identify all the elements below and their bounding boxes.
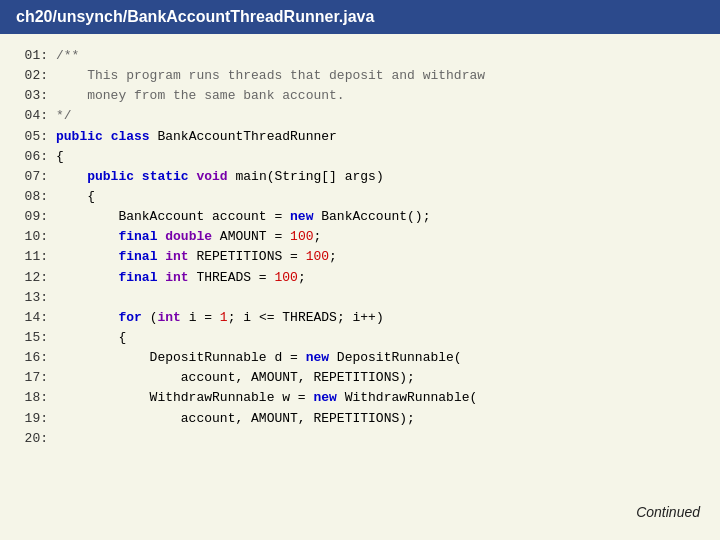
code-line: { (52, 147, 704, 167)
line-number: 02: (16, 66, 52, 86)
line-number: 03: (16, 86, 52, 106)
table-row: 02: This program runs threads that depos… (16, 66, 704, 86)
table-row: 11: final int REPETITIONS = 100; (16, 247, 704, 267)
code-line: { (52, 328, 704, 348)
line-number: 14: (16, 308, 52, 328)
code-line: final int REPETITIONS = 100; (52, 247, 704, 267)
code-line: for (int i = 1; i <= THREADS; i++) (52, 308, 704, 328)
table-row: 08: { (16, 187, 704, 207)
line-number: 08: (16, 187, 52, 207)
line-number: 19: (16, 409, 52, 429)
table-row: 06: { (16, 147, 704, 167)
line-number: 07: (16, 167, 52, 187)
line-number: 01: (16, 46, 52, 66)
table-row: 03: money from the same bank account. (16, 86, 704, 106)
code-line: { (52, 187, 704, 207)
table-row: 01: /** (16, 46, 704, 66)
code-line: account, AMOUNT, REPETITIONS); (52, 409, 704, 429)
table-row: 09: BankAccount account = new BankAccoun… (16, 207, 704, 227)
code-container: 01: /** 02: This program runs threads th… (0, 34, 720, 532)
table-row: 12: final int THREADS = 100; (16, 268, 704, 288)
line-number: 09: (16, 207, 52, 227)
table-row: 13: (16, 288, 704, 308)
code-line: /** (52, 46, 704, 66)
line-number: 16: (16, 348, 52, 368)
code-line: public static void main(String[] args) (52, 167, 704, 187)
continued-label: Continued (636, 504, 700, 520)
table-row: 05: public class BankAccountThreadRunner (16, 127, 704, 147)
line-number: 12: (16, 268, 52, 288)
line-number: 05: (16, 127, 52, 147)
table-row: 04: */ (16, 106, 704, 126)
code-line: public class BankAccountThreadRunner (52, 127, 704, 147)
code-line: account, AMOUNT, REPETITIONS); (52, 368, 704, 388)
table-row: 16: DepositRunnable d = new DepositRunna… (16, 348, 704, 368)
table-row: 10: final double AMOUNT = 100; (16, 227, 704, 247)
title-bar: ch20/unsynch/BankAccountThreadRunner.jav… (0, 0, 720, 34)
table-row: 07: public static void main(String[] arg… (16, 167, 704, 187)
line-number: 11: (16, 247, 52, 267)
line-number: 17: (16, 368, 52, 388)
code-line: money from the same bank account. (52, 86, 704, 106)
table-row: 20: (16, 429, 704, 449)
table-row: 19: account, AMOUNT, REPETITIONS); (16, 409, 704, 429)
line-number: 10: (16, 227, 52, 247)
code-line: */ (52, 106, 704, 126)
line-number: 18: (16, 388, 52, 408)
code-line: final int THREADS = 100; (52, 268, 704, 288)
code-line (52, 288, 704, 308)
table-row: 18: WithdrawRunnable w = new WithdrawRun… (16, 388, 704, 408)
line-number: 04: (16, 106, 52, 126)
line-number: 06: (16, 147, 52, 167)
code-line: This program runs threads that deposit a… (52, 66, 704, 86)
code-line (52, 429, 704, 449)
code-line: WithdrawRunnable w = new WithdrawRunnabl… (52, 388, 704, 408)
table-row: 14: for (int i = 1; i <= THREADS; i++) (16, 308, 704, 328)
code-line: DepositRunnable d = new DepositRunnable( (52, 348, 704, 368)
table-row: 17: account, AMOUNT, REPETITIONS); (16, 368, 704, 388)
code-line: BankAccount account = new BankAccount(); (52, 207, 704, 227)
table-row: 15: { (16, 328, 704, 348)
line-number: 13: (16, 288, 52, 308)
page-title: ch20/unsynch/BankAccountThreadRunner.jav… (16, 8, 374, 25)
code-table: 01: /** 02: This program runs threads th… (16, 46, 704, 449)
line-number: 20: (16, 429, 52, 449)
code-line: final double AMOUNT = 100; (52, 227, 704, 247)
line-number: 15: (16, 328, 52, 348)
